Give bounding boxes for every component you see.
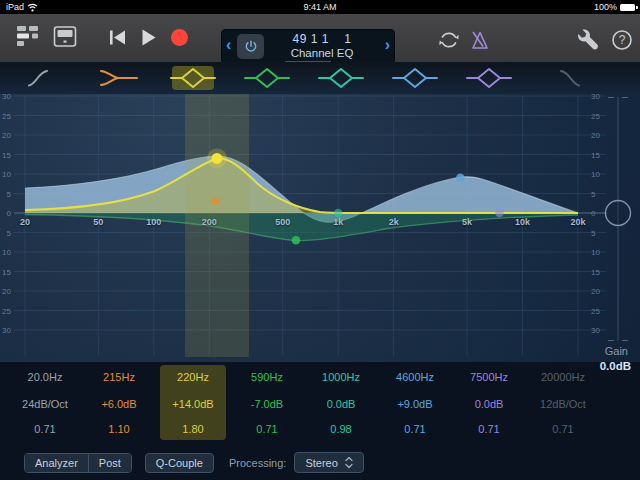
band-1-gain[interactable]: 24dB/Oct [8,398,82,410]
freq-tick: 200 [195,217,223,227]
band-4-params[interactable]: 590Hz-7.0dB0.71 [230,362,304,445]
processing-select[interactable]: Stereo [294,452,363,473]
eq-graph[interactable]: 3030252520201515101055005510101515202025… [0,94,640,362]
band-3-q-factor[interactable]: 1.80 [156,423,230,435]
band-6-handle[interactable] [456,174,465,183]
db-tick-left: 20 [0,287,11,296]
band-slot [82,62,156,94]
freq-tick: 2k [380,217,408,227]
db-tick-left: 25 [0,112,11,121]
band-4-handle[interactable] [292,236,301,245]
highpass-icon [17,66,73,90]
rewind-button[interactable] [110,30,126,45]
svg-text:?: ? [619,33,626,47]
battery-percent: 100% [594,2,617,12]
gain-value[interactable]: 0.0dB [600,360,631,372]
band-4-gain[interactable]: -7.0dB [230,398,304,410]
band-1-q-factor[interactable]: 0.71 [8,423,82,435]
previous-plugin-chevron[interactable]: ‹ [226,35,231,55]
band-5-type-button[interactable] [320,66,362,90]
clock: 9:41 AM [0,2,640,12]
lcd-display: ‹ 49 1 1 1 Channel EQ › [221,29,395,64]
db-tick-left: 15 [0,268,11,277]
record-button[interactable] [171,29,188,46]
band-8-q-factor[interactable]: 0.71 [526,423,600,435]
metronome-icon[interactable] [468,28,492,52]
band-parameter-table: 20.0Hz24dB/Oct0.71215Hz+6.0dB1.10220Hz+1… [0,362,640,445]
band-4-type-button[interactable] [246,66,288,90]
lcd-text[interactable]: 49 1 1 1 Channel EQ [265,32,379,59]
q-couple-button[interactable]: Q-Couple [145,453,214,473]
band-7-gain[interactable]: 0.0dB [452,398,526,410]
db-tick-left: 5 [0,190,11,199]
band-6-gain[interactable]: +9.0dB [378,398,452,410]
band-2-params[interactable]: 215Hz+6.0dB1.10 [82,362,156,445]
band-8-type-button[interactable] [542,66,584,90]
band-2-q-factor[interactable]: 1.10 [82,423,156,435]
bell-icon [461,66,517,90]
band-3-gain[interactable]: +14.0dB [156,398,230,410]
tracks-view-icon[interactable] [16,25,40,48]
band-6-frequency[interactable]: 4600Hz [378,371,452,383]
battery-icon [620,4,635,11]
band-8-params[interactable]: 20000Hz12dB/Oct0.71 [526,362,600,445]
band-8-frequency[interactable]: 20000Hz [526,371,600,383]
band-5-handle[interactable] [334,209,343,218]
band-7-params[interactable]: 7500Hz0.0dB0.71 [452,362,526,445]
band-2-frequency[interactable]: 215Hz [82,371,156,383]
db-tick-right: 15 [591,151,600,160]
db-tick-right: 30 [591,326,600,335]
lowshelf-icon [91,66,147,90]
help-icon[interactable]: ? [610,28,634,52]
freq-tick: 500 [269,217,297,227]
band-3-frequency[interactable]: 220Hz [156,371,230,383]
band-3-handle[interactable] [211,153,222,164]
band-3-params[interactable]: 220Hz+14.0dB1.80 [156,362,230,445]
plugin-power-button[interactable] [237,34,264,59]
band-1-params[interactable]: 20.0Hz24dB/Oct0.71 [8,362,82,445]
post-button[interactable]: Post [88,454,131,472]
db-tick-left: 0 [0,209,11,218]
cycle-loop-icon[interactable] [437,28,461,52]
band-5-q-factor[interactable]: 0.98 [304,423,378,435]
analyzer-button[interactable]: Analyzer [25,454,88,472]
band-slot [378,62,452,94]
db-tick-right: 10 [591,170,600,179]
band-slot [8,62,82,94]
band-5-frequency[interactable]: 1000Hz [304,371,378,383]
band-5-gain[interactable]: 0.0dB [304,398,378,410]
band-6-type-button[interactable] [394,66,436,90]
band-7-type-button[interactable] [468,66,510,90]
next-plugin-chevron[interactable]: › [385,35,390,55]
band-7-frequency[interactable]: 7500Hz [452,371,526,383]
lowpass-icon [535,66,591,90]
band-3-type-button[interactable] [172,66,214,90]
band-6-params[interactable]: 4600Hz+9.0dB0.71 [378,362,452,445]
band-selector-row [0,62,640,94]
band-1-frequency[interactable]: 20.0Hz [8,371,82,383]
db-tick-left: 30 [0,92,11,101]
db-tick-right: 25 [591,307,600,316]
band-5-params[interactable]: 1000Hz0.0dB0.98 [304,362,378,445]
db-tick-left: 25 [0,307,11,316]
db-tick-left: 15 [0,151,11,160]
io-drawer-icon[interactable] [53,25,77,48]
wrench-settings-icon[interactable] [577,28,599,51]
band-7-q-factor[interactable]: 0.71 [452,423,526,435]
band-4-q-factor[interactable]: 0.71 [230,423,304,435]
db-tick-left: 30 [0,326,11,335]
band-6-q-factor[interactable]: 0.71 [378,423,452,435]
band-2-type-button[interactable] [98,66,140,90]
db-tick-right: 20 [591,131,600,140]
band-2-gain[interactable]: +6.0dB [82,398,156,410]
band-4-frequency[interactable]: 590Hz [230,371,304,383]
gain-slider[interactable] [606,97,631,341]
band-slot [156,62,230,94]
band-1-type-button[interactable] [24,66,66,90]
gain-slider-handle[interactable] [606,201,631,226]
play-button[interactable] [142,29,156,46]
band-2-handle[interactable] [211,197,220,206]
band-8-gain[interactable]: 12dB/Oct [526,398,600,410]
band-7-handle[interactable] [495,209,504,218]
band-slot [526,62,600,94]
